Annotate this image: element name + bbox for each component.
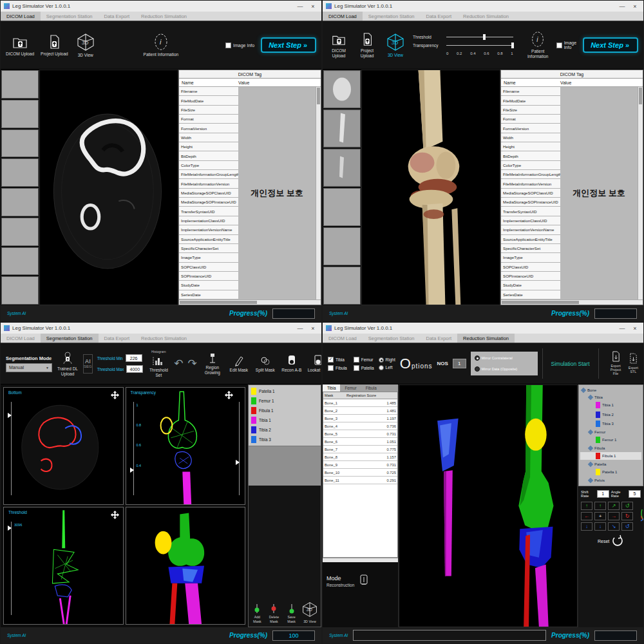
side-radio[interactable]: Right xyxy=(379,357,395,363)
view-3d-button-active[interactable]: 3D 3D View xyxy=(384,32,406,58)
tab-data-export[interactable]: Data Export xyxy=(421,12,458,21)
slice-slider[interactable] xyxy=(11,402,12,495)
tree-item[interactable]: Tibia 3 xyxy=(580,420,641,428)
close-button[interactable]: × xyxy=(308,325,318,332)
bone-visibility-checkbox[interactable]: Tibia xyxy=(328,357,347,363)
direction-button[interactable]: + xyxy=(594,512,606,520)
thumbnail-empty[interactable] xyxy=(323,227,361,265)
direction-button[interactable]: ↺ xyxy=(621,522,633,531)
tab-segmentation-station[interactable]: Segmentation Station xyxy=(363,334,421,343)
image-info-checkbox[interactable]: Image Info xyxy=(556,41,576,50)
split-mask-button[interactable]: Split Mask xyxy=(254,355,276,373)
tab-data-export[interactable]: Data Export xyxy=(99,334,136,343)
thumbnail-empty[interactable] xyxy=(1,129,39,158)
move-crosshair-icon[interactable] xyxy=(225,390,233,402)
patient-information-button[interactable]: i Patient Information xyxy=(144,33,179,57)
legend-item[interactable]: Patella 1 xyxy=(251,388,318,395)
threshold-slider[interactable] xyxy=(11,522,12,615)
thumbnail-empty[interactable] xyxy=(1,218,39,246)
export-stl-button[interactable]: Export STL xyxy=(629,353,638,374)
coronal-transparency-view[interactable]: Transparency 10.80.60.4 xyxy=(126,387,246,505)
table-row[interactable]: Bone_3 1.197 xyxy=(323,415,397,422)
recon-a-b-button[interactable]: Recon A-B xyxy=(281,355,303,373)
tree-item[interactable]: Femur 1 xyxy=(580,436,641,444)
threshold-slider[interactable] xyxy=(446,37,513,37)
tab-dicom-load[interactable]: DICOM Load xyxy=(1,12,41,21)
table-row[interactable]: Bone_4 0.736 xyxy=(323,422,397,430)
redo-button[interactable]: ↷ xyxy=(188,358,197,369)
tab-data-export[interactable]: Data Export xyxy=(99,12,136,21)
slider-handle[interactable] xyxy=(130,468,134,473)
table-row[interactable]: Bone_7 0.775 xyxy=(323,446,397,453)
bone-thumbnail[interactable] xyxy=(323,149,361,187)
bone-visibility-checkbox[interactable]: Patella xyxy=(354,365,374,371)
direction-button[interactable]: ↓ xyxy=(594,522,606,531)
export-project-button[interactable]: Export Project File xyxy=(608,351,624,375)
view-3d-button[interactable]: 3D 3D View xyxy=(301,601,318,623)
vertical-scrollbar[interactable] xyxy=(316,87,321,299)
tree-item[interactable]: Bone xyxy=(580,388,641,393)
thumbnail-empty[interactable] xyxy=(1,100,39,128)
bone-tab[interactable]: Femur xyxy=(340,384,361,392)
close-button[interactable]: × xyxy=(630,325,640,332)
side-radio[interactable]: Left xyxy=(379,365,395,370)
tree-item[interactable]: Pelvis xyxy=(580,478,641,483)
direction-button[interactable]: ↑ xyxy=(581,502,592,510)
tab-data-export[interactable]: Data Export xyxy=(421,334,458,343)
direction-button[interactable]: ↺ xyxy=(621,502,633,510)
legend-item[interactable]: Femur 1 xyxy=(251,397,318,404)
axial-view[interactable]: Bottom xyxy=(3,387,124,505)
legend-item[interactable]: Tibia 2 xyxy=(251,426,318,433)
thumbnail-empty[interactable] xyxy=(1,276,39,305)
table-row[interactable]: Bone_5 0.731 xyxy=(323,430,397,438)
tree-item[interactable]: Femur xyxy=(580,430,641,435)
segmentation-mode-dropdown[interactable]: Manual ▼ xyxy=(6,363,52,372)
transparency-slider[interactable] xyxy=(446,45,513,46)
minimize-button[interactable]: — xyxy=(295,325,305,332)
horizontal-scrollbar[interactable] xyxy=(501,299,643,305)
minimize-button[interactable]: — xyxy=(295,3,305,10)
bone-thumbnail[interactable] xyxy=(323,109,361,147)
horizontal-scrollbar[interactable] xyxy=(179,299,321,305)
horizontal-scrollbar[interactable] xyxy=(323,558,398,562)
tab-segmentation-station[interactable]: Segmentation Station xyxy=(41,334,99,343)
slice-slider[interactable] xyxy=(239,402,240,495)
bone-tab[interactable]: Fibula xyxy=(361,384,381,392)
direction-button[interactable]: ↻ xyxy=(621,512,633,520)
move-crosshair-icon[interactable] xyxy=(111,510,119,522)
threshold-set-button[interactable]: Histogram Threshold Set xyxy=(147,350,169,378)
reset-button[interactable]: Reset xyxy=(598,535,641,548)
tree-item[interactable]: Fibula 1 xyxy=(580,452,641,460)
mirror-contralateral-radio[interactable]: Mirror Contralateral xyxy=(475,355,534,361)
slider-handle[interactable] xyxy=(511,43,514,48)
image-info-checkbox[interactable]: Image Info xyxy=(225,43,254,48)
direction-button[interactable]: ↓ xyxy=(581,522,592,531)
thumbnail-empty[interactable] xyxy=(1,158,39,187)
slider-handle[interactable] xyxy=(8,526,12,531)
thumbnail-strip[interactable] xyxy=(1,70,39,305)
direction-button[interactable]: ← xyxy=(581,512,592,520)
threshold-min-input[interactable]: 226 xyxy=(126,354,142,362)
trained-dl-upload-button[interactable]: Trained DL Upload xyxy=(57,351,79,377)
angle-rate-input[interactable]: 5 xyxy=(629,490,641,498)
patient-information-button[interactable]: i Patient Information xyxy=(526,31,550,59)
tree-item[interactable]: Tibia 2 xyxy=(580,411,641,419)
segmented-3d-view[interactable] xyxy=(126,507,246,625)
tab-dicom-load[interactable]: DICOM Load xyxy=(323,12,363,21)
table-row[interactable]: Bone_9 0.731 xyxy=(323,461,397,469)
project-upload-button[interactable]: Project Upload xyxy=(356,32,378,59)
bone-tab[interactable]: Tibia xyxy=(323,384,340,392)
dicom-upload-button[interactable]: DICOM Upload xyxy=(6,33,34,57)
volume-3d-viewport[interactable] xyxy=(361,70,500,305)
mode-reconstruction-button[interactable]: Mode Reconstruction xyxy=(327,574,394,589)
threshold-max-input[interactable]: 4000 xyxy=(126,365,143,373)
table-row[interactable]: Bone_10 0.725 xyxy=(323,469,397,477)
direction-button[interactable]: ↘ xyxy=(608,522,620,531)
bone-visibility-checkbox[interactable]: Femur xyxy=(354,357,374,363)
simulation-3d-viewport[interactable] xyxy=(399,384,578,627)
thumbnail-empty[interactable] xyxy=(1,70,39,99)
simulation-start-button[interactable]: Simulation Start xyxy=(547,361,594,367)
table-row[interactable]: Bone_11 0.291 xyxy=(323,477,397,484)
tree-item[interactable]: Fibula xyxy=(580,446,641,451)
region-growing-button[interactable]: Region Growing xyxy=(202,352,223,375)
